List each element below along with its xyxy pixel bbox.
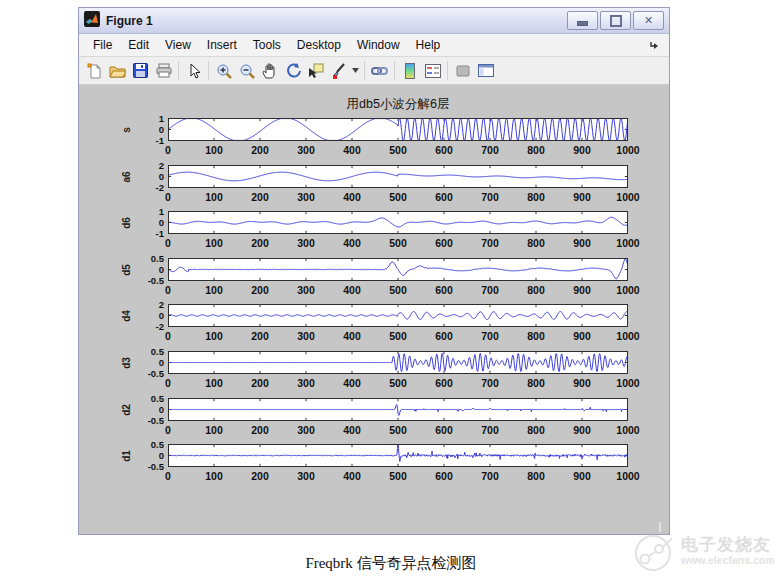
brush-dropdown-icon[interactable] xyxy=(350,59,361,82)
insert-legend-icon[interactable] xyxy=(421,59,444,82)
xtick-label: 600 xyxy=(435,377,453,389)
toolbar-separator xyxy=(208,61,209,80)
xtick-label: 900 xyxy=(573,237,591,249)
xtick-label: 100 xyxy=(205,144,223,156)
xtick-labels: 01002003004005006007008009001000 xyxy=(168,377,628,390)
xtick-label: 600 xyxy=(435,470,453,482)
xtick-label: 700 xyxy=(481,470,499,482)
xtick-label: 100 xyxy=(205,191,223,203)
subplot-stack: s10-101002003004005006007008009001000a62… xyxy=(168,118,628,491)
xtick-label: 600 xyxy=(435,284,453,296)
xtick-label: 900 xyxy=(573,470,591,482)
xtick-label: 800 xyxy=(527,377,545,389)
xtick-labels: 01002003004005006007008009001000 xyxy=(168,284,628,297)
xtick-label: 800 xyxy=(527,237,545,249)
xtick-label: 0 xyxy=(165,377,171,389)
xtick-labels: 01002003004005006007008009001000 xyxy=(168,191,628,204)
xtick-label: 500 xyxy=(389,377,407,389)
title-bar[interactable]: Figure 1 ✕ xyxy=(79,8,669,34)
xtick-label: 0 xyxy=(165,191,171,203)
ytick-label: 0 xyxy=(130,358,164,368)
xtick-label: 1000 xyxy=(616,284,639,296)
toolbar-separator xyxy=(447,61,448,80)
menu-item-desktop[interactable]: Desktop xyxy=(289,36,349,54)
save-figure-icon[interactable] xyxy=(129,59,152,82)
window-controls: ✕ xyxy=(567,11,664,30)
xtick-label: 500 xyxy=(389,284,407,296)
ytick-label: -0.5 xyxy=(130,416,164,426)
subplot-d2: d20.50-0.5010020030040050060070080090010… xyxy=(168,398,628,445)
menu-item-insert[interactable]: Insert xyxy=(199,36,245,54)
xtick-label: 700 xyxy=(481,191,499,203)
minimize-button[interactable] xyxy=(567,11,598,30)
xtick-labels: 01002003004005006007008009001000 xyxy=(168,144,628,157)
menu-item-help[interactable]: Help xyxy=(408,36,449,54)
xtick-label: 700 xyxy=(481,237,499,249)
watermark-text: 电子发烧友 www.elecfans.com xyxy=(681,536,775,566)
pan-icon[interactable] xyxy=(258,59,281,82)
brush-icon[interactable] xyxy=(327,59,350,82)
ytick-label: 0 xyxy=(130,265,164,275)
xtick-label: 400 xyxy=(343,470,361,482)
subplot-d6-plot[interactable] xyxy=(168,211,628,234)
menu-item-window[interactable]: Window xyxy=(349,36,408,54)
elecfans-logo-icon xyxy=(630,522,678,580)
subplot-d2-plot[interactable] xyxy=(168,398,628,421)
ytick-label: 0 xyxy=(130,311,164,321)
ytick-label: -1 xyxy=(130,136,164,146)
watermark: 电子发烧友 www.elecfans.com xyxy=(630,522,775,580)
menu-item-tools[interactable]: Tools xyxy=(245,36,289,54)
insert-colorbar-icon[interactable] xyxy=(398,59,421,82)
hide-plot-tools-icon[interactable] xyxy=(451,59,474,82)
data-cursor-icon[interactable] xyxy=(304,59,327,82)
ytick-label: 0.5 xyxy=(130,440,164,450)
zoom-in-icon[interactable] xyxy=(212,59,235,82)
subplot-d5: d50.50-0.5010020030040050060070080090010… xyxy=(168,258,628,305)
close-button[interactable]: ✕ xyxy=(633,11,664,30)
xtick-label: 400 xyxy=(343,284,361,296)
xtick-label: 100 xyxy=(205,470,223,482)
xtick-labels: 01002003004005006007008009001000 xyxy=(168,424,628,437)
xtick-label: 600 xyxy=(435,144,453,156)
menu-item-view[interactable]: View xyxy=(157,36,199,54)
new-figure-icon[interactable] xyxy=(83,59,106,82)
subplot-d4: d420-201002003004005006007008009001000 xyxy=(168,304,628,351)
xtick-label: 0 xyxy=(165,237,171,249)
subplot-d3-plot[interactable] xyxy=(168,351,628,374)
xtick-label: 600 xyxy=(435,330,453,342)
ytick-label: -2 xyxy=(130,322,164,332)
xtick-label: 900 xyxy=(573,377,591,389)
xtick-label: 900 xyxy=(573,144,591,156)
print-figure-icon[interactable] xyxy=(152,59,175,82)
open-file-icon[interactable] xyxy=(106,59,129,82)
xtick-label: 0 xyxy=(165,470,171,482)
subplot-s-plot[interactable] xyxy=(168,118,628,141)
zoom-out-icon[interactable] xyxy=(235,59,258,82)
xtick-label: 300 xyxy=(297,237,315,249)
xtick-label: 100 xyxy=(205,424,223,436)
xtick-label: 200 xyxy=(251,330,269,342)
subplot-d1-plot[interactable] xyxy=(168,444,628,467)
xtick-label: 500 xyxy=(389,330,407,342)
rotate-3d-icon[interactable] xyxy=(281,59,304,82)
ytick-label: 0.5 xyxy=(130,394,164,404)
ytick-label: 2 xyxy=(130,300,164,310)
link-plot-icon[interactable] xyxy=(368,59,391,82)
subplot-s: s10-101002003004005006007008009001000 xyxy=(168,118,628,165)
edit-plot-pointer-icon[interactable] xyxy=(182,59,205,82)
window-title: Figure 1 xyxy=(106,14,153,28)
restore-button[interactable] xyxy=(600,11,631,30)
menu-item-edit[interactable]: Edit xyxy=(120,36,157,54)
xtick-label: 100 xyxy=(205,284,223,296)
menu-corner-arrow-icon[interactable] xyxy=(650,41,663,50)
menu-item-file[interactable]: File xyxy=(85,36,120,54)
xtick-label: 200 xyxy=(251,144,269,156)
xtick-label: 0 xyxy=(165,424,171,436)
show-plot-tools-dock-icon[interactable] xyxy=(474,59,497,82)
xtick-label: 0 xyxy=(165,144,171,156)
subplot-d5-plot[interactable] xyxy=(168,258,628,281)
xtick-label: 600 xyxy=(435,237,453,249)
subplot-a6-plot[interactable] xyxy=(168,165,628,188)
xtick-label: 900 xyxy=(573,284,591,296)
subplot-d4-plot[interactable] xyxy=(168,304,628,327)
